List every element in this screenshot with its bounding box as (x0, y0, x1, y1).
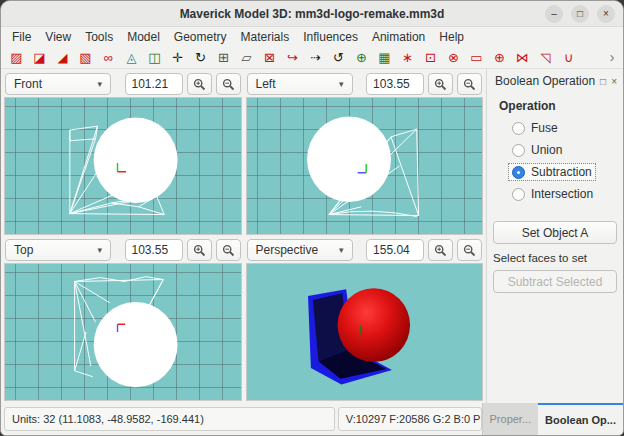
radio-fuse[interactable]: Fuse (509, 120, 561, 136)
viewport-top-header: Top ▾ (4, 237, 242, 263)
vertex-tool-icon[interactable]: ↪ (281, 47, 304, 68)
menu-model[interactable]: Model (120, 29, 167, 45)
panel-title: Boolean Operation (495, 74, 595, 88)
create-point-icon[interactable]: ∗ (396, 47, 419, 68)
viewport-top-canvas[interactable] (4, 263, 242, 401)
menu-help[interactable]: Help (432, 29, 471, 45)
zoom-in-icon (193, 244, 206, 257)
panel-close-icon[interactable]: × (611, 76, 617, 87)
chevron-down-icon: ▾ (339, 79, 344, 89)
panel-float-icon[interactable]: □ (600, 76, 606, 87)
zoom-out-button-perspective[interactable] (457, 239, 482, 261)
select-groups-icon[interactable]: ▧ (74, 47, 97, 68)
select-connected-icon[interactable]: ◢ (51, 47, 74, 68)
viewport-perspective-header: Perspective ▾ (246, 237, 484, 263)
maximize-icon: □ (577, 9, 583, 19)
viewport-perspective: Perspective ▾ (244, 236, 486, 402)
zoom-in-icon (193, 78, 206, 91)
front-sphere-outline (94, 117, 178, 202)
units-status-field: Units: 32 (11.1083, -48.9582, -169.441) (4, 407, 335, 431)
menu-bar: File View Tools Model Geometry Materials… (1, 27, 623, 46)
zoom-out-icon (222, 78, 235, 91)
red-sphere-shape (337, 288, 409, 362)
main-area: Front ▾ (1, 69, 623, 403)
background-image-icon[interactable]: ▦ (373, 47, 396, 68)
create-sphere-icon[interactable]: ⊗ (442, 47, 465, 68)
move-tool-icon[interactable]: ✛ (166, 47, 189, 68)
zoom-in-icon (434, 78, 447, 91)
maximize-button[interactable]: □ (571, 5, 589, 23)
panel-header: Boolean Operation □ × (487, 69, 623, 91)
select-projections-icon[interactable]: ◫ (143, 47, 166, 68)
drag-vertex-tool-icon[interactable]: ⇢ (304, 47, 327, 68)
view-direction-value: Perspective (256, 243, 319, 257)
zoom-level-input-top[interactable] (125, 239, 183, 261)
menu-animation[interactable]: Animation (365, 29, 432, 45)
zoom-out-button-top[interactable] (216, 239, 241, 261)
select-faces-icon[interactable]: ◪ (28, 47, 51, 68)
boolean-operation-panel: Boolean Operation □ × Operation Fuse Uni… (486, 69, 623, 403)
minimize-button[interactable]: – (545, 5, 563, 23)
close-icon: × (603, 9, 609, 19)
radio-label: Subtraction (531, 165, 592, 179)
shear-tool-icon[interactable]: ▱ (235, 47, 258, 68)
view-direction-select-perspective[interactable]: Perspective ▾ (247, 239, 353, 261)
status-bar: Units: 32 (11.1083, -48.9582, -169.441) … (1, 403, 623, 435)
create-polygon-icon[interactable]: ⋈ (511, 47, 534, 68)
view-direction-select-top[interactable]: Top ▾ (5, 239, 111, 261)
extrude-tool-icon[interactable]: ⊞ (212, 47, 235, 68)
viewport-left-header: Left ▾ (246, 71, 484, 97)
zoom-out-icon (463, 244, 476, 257)
create-plane-icon[interactable]: ◹ (534, 47, 557, 68)
create-cube-icon[interactable]: ⊡ (419, 47, 442, 68)
menu-geometry[interactable]: Geometry (167, 29, 234, 45)
operation-section-label: Operation (499, 99, 623, 113)
zoom-out-button-front[interactable] (216, 73, 241, 95)
zoom-in-button-front[interactable] (187, 73, 212, 95)
view-direction-value: Front (14, 77, 42, 91)
view-direction-select-left[interactable]: Left ▾ (247, 73, 353, 95)
radio-subtraction[interactable]: Subtraction (509, 164, 595, 180)
tab-boolean-operation[interactable]: Boolean Op... (538, 403, 623, 435)
select-points-icon[interactable]: ◬ (120, 47, 143, 68)
zoom-controls-top (125, 239, 241, 261)
rotate-tool-icon[interactable]: ↻ (189, 47, 212, 68)
toolbar-overflow-icon[interactable]: › (605, 49, 619, 65)
radio-label: Intersection (531, 187, 593, 201)
create-bone-joint-icon[interactable]: ∪ (557, 47, 580, 68)
tab-properties[interactable]: Proper... (483, 403, 539, 435)
spin-tool-icon[interactable]: ↺ (327, 47, 350, 68)
close-button[interactable]: × (597, 5, 615, 23)
zoom-out-icon (463, 78, 476, 91)
viewport-left-canvas[interactable] (246, 97, 484, 235)
radio-circle-icon (512, 188, 525, 201)
zoom-in-button-left[interactable] (428, 73, 453, 95)
create-torus-icon[interactable]: ⊕ (488, 47, 511, 68)
menu-file[interactable]: File (5, 29, 38, 45)
zoom-level-input-perspective[interactable] (366, 239, 424, 261)
menu-materials[interactable]: Materials (234, 29, 297, 45)
select-vertices-icon[interactable]: ▨ (5, 47, 28, 68)
radio-intersection[interactable]: Intersection (509, 186, 596, 202)
create-cylinder-icon[interactable]: ▭ (465, 47, 488, 68)
menu-influences[interactable]: Influences (296, 29, 365, 45)
move-background-icon[interactable]: ⊕ (350, 47, 373, 68)
zoom-controls-left (366, 73, 482, 95)
zoom-out-button-left[interactable] (457, 73, 482, 95)
dock-tab-bar: Proper... Boolean Op... (482, 403, 623, 435)
menu-view[interactable]: View (38, 29, 78, 45)
set-object-a-button[interactable]: Set Object A (493, 221, 617, 244)
zoom-in-button-perspective[interactable] (428, 239, 453, 261)
zoom-level-input-left[interactable] (366, 73, 424, 95)
radio-union[interactable]: Union (509, 142, 565, 158)
select-bone-joints-icon[interactable]: ∞ (97, 47, 120, 68)
delete-tool-icon[interactable]: ⊠ (258, 47, 281, 68)
viewport-perspective-canvas[interactable] (246, 263, 484, 401)
viewport-front-header: Front ▾ (4, 71, 242, 97)
menu-tools[interactable]: Tools (78, 29, 120, 45)
front-scene (5, 98, 241, 234)
zoom-level-input-front[interactable] (125, 73, 183, 95)
viewport-front-canvas[interactable] (4, 97, 242, 235)
zoom-in-button-top[interactable] (187, 239, 212, 261)
view-direction-select-front[interactable]: Front ▾ (5, 73, 111, 95)
